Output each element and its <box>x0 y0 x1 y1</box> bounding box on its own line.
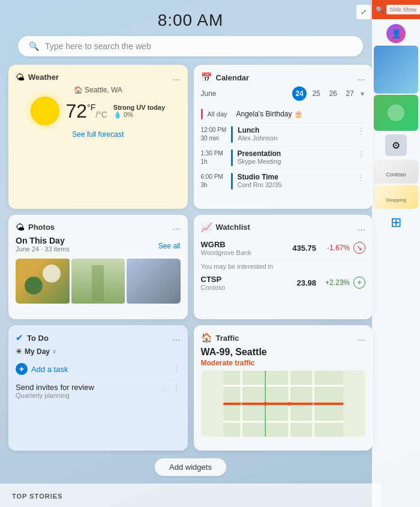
watchlist-icon: 📈 <box>201 222 212 233</box>
event-sub-lunch: Alex Johnson <box>238 134 352 142</box>
todo-widget: ✔ To Do ... ✳ My Day ∨ + Add a task ⋮ Se… <box>8 325 188 451</box>
event-bar-studio <box>231 173 233 190</box>
stock-change-wgrb: -1.67% <box>320 244 350 252</box>
avatar[interactable]: 👤 <box>386 24 406 43</box>
see-all-link[interactable]: See all <box>158 242 181 250</box>
photos-title: Photos <box>28 223 55 232</box>
todo-chevron[interactable]: ∨ <box>52 348 56 355</box>
photo-thumb-2[interactable] <box>71 259 125 304</box>
todo-section: ✳ My Day ∨ <box>16 347 181 356</box>
event-sub-presentation: Skype Meeting <box>238 158 353 165</box>
gear-icon[interactable]: ⚙ <box>385 134 407 156</box>
calendar-chevron[interactable]: ▼ <box>359 91 365 97</box>
windows-logo: ⊞ <box>391 215 401 230</box>
todo-section-name: My Day <box>25 347 50 356</box>
svg-point-12 <box>240 403 242 405</box>
add-widgets-button[interactable]: Add widgets <box>154 458 227 476</box>
stock-price-wgrb: 435.75 <box>292 244 316 253</box>
stock-price-ctsp: 23.98 <box>296 278 316 287</box>
main-panel: 8:00 AM 🔍 Type here to search the web 🌤 … <box>0 0 381 507</box>
photos-widget: 🌤 Photos ... On This Day June 24 · 33 it… <box>8 215 188 320</box>
traffic-widget: 🏠 Traffic ... WA-99, Seattle Moderate tr… <box>194 325 373 451</box>
watchlist-interested-label: You may be interested in <box>201 260 366 271</box>
add-task-icon: + <box>16 363 28 375</box>
weather-icon: 🌤 <box>16 72 25 82</box>
weather-title: Weather <box>28 73 59 82</box>
todo-icon: ✔ <box>16 332 23 343</box>
event-dots-presentation[interactable]: ⋮ <box>357 149 365 159</box>
widgets-grid: 🌤 Weather ... 🏠 Seattle, WA 72°F/°C Stro… <box>0 65 381 451</box>
watchlist-widget: 📈 Watchlist ... WGRB Woodgrove Bank 435.… <box>194 215 373 320</box>
traffic-road: WA-99, Seattle <box>201 347 366 358</box>
stock-ticker-ctsp: CTSP <box>201 275 226 284</box>
todo-task-star[interactable]: ☆ <box>159 383 167 394</box>
search-bar[interactable]: 🔍 Type here to search the web <box>18 36 363 56</box>
event-title-lunch: Lunch <box>238 126 352 134</box>
todo-add-task[interactable]: + Add a task ⋮ <box>16 359 181 379</box>
todo-add-dots: ⋮ <box>172 364 181 374</box>
calendar-event-lunch: 12:00 PM 30 min Lunch Alex Johnson ⋮ <box>201 123 366 146</box>
time-display: 8:00 AM <box>0 0 381 36</box>
myday-icon: ✳ <box>16 347 22 356</box>
right-search-input[interactable] <box>386 5 420 14</box>
svg-point-10 <box>263 402 267 406</box>
todo-task-title: Send invites for review <box>16 383 154 392</box>
stock-chart-wgrb: ↘ <box>353 242 365 254</box>
calendar-event-presentation: 1:30 PM 1h Presentation Skype Meeting ⋮ <box>201 146 366 170</box>
photo-thumb-3[interactable] <box>127 259 181 304</box>
allday-title: Angela's Birthday 🎂 <box>236 110 366 118</box>
calendar-menu[interactable]: ... <box>358 73 365 82</box>
calendar-event-studio: 6:00 PM 3h Studio Time Conf Rm 32/35 ⋮ <box>201 170 366 193</box>
event-title-studio: Studio Time <box>238 173 353 181</box>
weather-widget: 🌤 Weather ... 🏠 Seattle, WA 72°F/°C Stro… <box>8 65 188 209</box>
weather-menu[interactable]: ... <box>172 73 180 82</box>
weather-main: 72°F/°C Strong UV today 💧 0% <box>16 97 181 125</box>
photos-subtitle: June 24 · 33 items <box>16 245 70 253</box>
calendar-day-27[interactable]: 27 <box>343 86 357 101</box>
todo-title: To Do <box>27 334 49 343</box>
sun-icon <box>31 97 59 125</box>
stock-ctsp[interactable]: CTSP Contoso 23.98 +2.23% + <box>201 271 366 295</box>
watchlist-menu[interactable]: ... <box>358 223 365 232</box>
traffic-map[interactable] <box>201 371 366 437</box>
calendar-day-25[interactable]: 25 <box>309 86 323 101</box>
top-stories-label: TOP STORIES <box>12 493 62 500</box>
allday-label: All day <box>208 110 232 118</box>
watchlist-header: 📈 Watchlist ... <box>201 222 366 233</box>
photos-header: 🌤 Photos ... <box>16 222 181 232</box>
todo-header: ✔ To Do ... <box>16 332 181 343</box>
svg-point-11 <box>287 402 291 406</box>
todo-menu[interactable]: ... <box>172 333 180 343</box>
calendar-icon: 📅 <box>201 72 212 83</box>
search-icon: 🔍 <box>29 41 39 51</box>
photo-thumb-1[interactable] <box>16 259 70 304</box>
see-forecast-link[interactable]: See full forecast <box>16 130 181 139</box>
calendar-day-24[interactable]: 24 <box>292 86 307 101</box>
traffic-header: 🏠 Traffic ... <box>201 332 366 343</box>
event-title-presentation: Presentation <box>238 149 353 158</box>
event-bar-lunch <box>231 126 233 143</box>
weather-header: 🌤 Weather ... <box>16 72 181 82</box>
calendar-widget: 📅 Calendar ... June 24 25 26 27 ▼ All da… <box>194 65 373 209</box>
traffic-icon: 🏠 <box>201 332 212 343</box>
top-stories-bar: TOP STORIES <box>0 484 381 507</box>
photos-info-row: On This Day June 24 · 33 items See all <box>16 236 181 256</box>
svg-point-13 <box>312 403 314 405</box>
calendar-header: 📅 Calendar ... <box>201 72 366 83</box>
photos-grid <box>16 259 181 304</box>
todo-task-dots[interactable]: ⋮ <box>172 383 181 392</box>
stock-wgrb[interactable]: WGRB Woodgrove Bank 435.75 -1.67% ↘ <box>201 236 366 260</box>
calendar-allday-event: All day Angela's Birthday 🎂 <box>201 106 366 123</box>
traffic-menu[interactable]: ... <box>358 333 365 343</box>
stock-company-wgrb: Woodgrove Bank <box>201 249 251 256</box>
event-dots-lunch[interactable]: ⋮ <box>357 126 365 136</box>
photos-menu[interactable]: ... <box>172 222 180 232</box>
stock-company-ctsp: Contoso <box>201 284 226 291</box>
photos-icon: 🌤 <box>16 222 25 232</box>
stock-change-ctsp: +2.23% <box>320 278 350 287</box>
calendar-day-26[interactable]: 26 <box>326 86 340 101</box>
traffic-title: Traffic <box>216 334 239 343</box>
search-placeholder-text: Type here to search the web <box>45 41 151 51</box>
stock-add-ctsp[interactable]: + <box>353 277 365 289</box>
event-dots-studio[interactable]: ⋮ <box>357 173 365 182</box>
